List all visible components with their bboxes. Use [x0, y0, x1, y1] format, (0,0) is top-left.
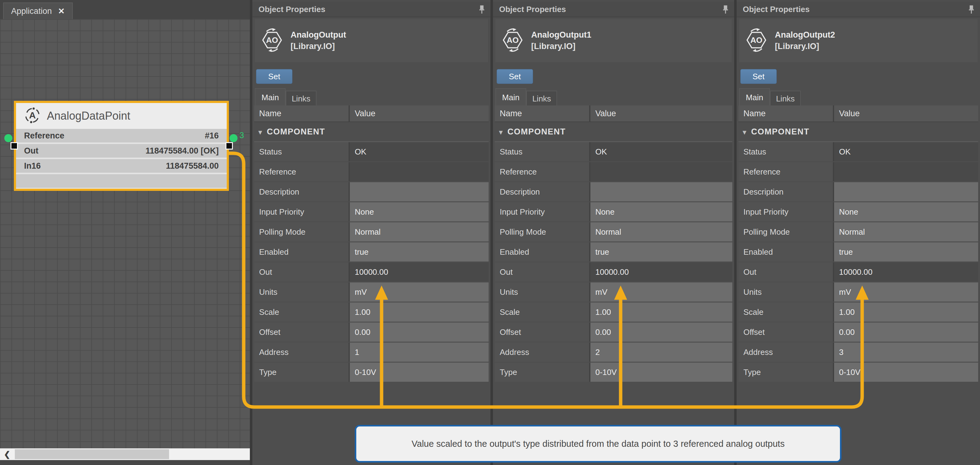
property-value[interactable]	[350, 182, 488, 202]
property-value[interactable]: 10000.00	[590, 262, 732, 281]
property-value[interactable]: true	[590, 242, 732, 262]
table-row: Type0-10V	[254, 363, 488, 382]
horizontal-scrollbar[interactable]: ❮	[0, 448, 250, 460]
tab-main[interactable]: Main	[739, 88, 770, 105]
property-value[interactable]: 0.00	[590, 322, 732, 342]
tab-links[interactable]: Links	[770, 90, 801, 105]
tab-links[interactable]: Links	[526, 90, 557, 105]
property-name: Description	[495, 182, 590, 202]
component-section-header[interactable]: ▾COMPONENT	[738, 122, 978, 142]
tab-bar: MainLinks	[255, 88, 317, 105]
resize-handle-right[interactable]	[226, 142, 233, 149]
property-value[interactable]: Normal	[350, 222, 488, 241]
table-row: Polling ModeNormal	[738, 222, 978, 241]
table-row: StatusOK	[495, 142, 732, 161]
property-value[interactable]: mV	[350, 282, 488, 302]
analog-data-point-block[interactable]: A AnalogDataPoint Reference#16Out1184755…	[14, 101, 229, 191]
property-value[interactable]: 1.00	[834, 303, 978, 322]
block-row-name: In16	[24, 161, 41, 171]
resize-handle-left[interactable]	[11, 142, 18, 149]
property-value[interactable]: 0-10V	[350, 363, 488, 382]
svg-text:AO: AO	[266, 35, 278, 45]
property-value[interactable]	[350, 162, 488, 181]
tab-main[interactable]: Main	[495, 88, 526, 105]
property-value[interactable]: 10000.00	[834, 262, 978, 281]
canvas-grid[interactable]	[0, 19, 250, 448]
set-button[interactable]: Set	[740, 69, 777, 84]
component-section-header[interactable]: ▾COMPONENT	[495, 122, 732, 142]
property-value[interactable]: 0-10V	[834, 363, 978, 382]
pin-icon[interactable]	[478, 5, 485, 16]
property-value[interactable]: OK	[590, 142, 732, 161]
property-name: Out	[495, 262, 590, 281]
property-value[interactable]: Normal	[834, 222, 978, 241]
block-row[interactable]: Reference#16	[16, 129, 227, 143]
property-value[interactable]: 1.00	[590, 303, 732, 322]
column-header-name: Name	[495, 105, 590, 122]
property-value[interactable]: mV	[590, 282, 732, 302]
property-value[interactable]	[834, 182, 978, 202]
block-row[interactable]: Out118475584.00 [OK]	[16, 144, 227, 157]
tab-main[interactable]: Main	[255, 88, 286, 105]
property-value[interactable]: 0.00	[834, 322, 978, 342]
property-value[interactable]: true	[350, 242, 488, 262]
property-name: Scale	[495, 303, 590, 322]
set-button[interactable]: Set	[496, 69, 533, 84]
tab-links[interactable]: Links	[286, 90, 317, 105]
output-port[interactable]	[229, 134, 237, 142]
section-label: COMPONENT	[267, 127, 325, 136]
annotation-note-text: Value scaled to the output's type distri…	[412, 439, 784, 449]
property-rows: StatusOKReferenceDescriptionInput Priori…	[738, 142, 978, 382]
block-row-value: 118475584.00	[166, 161, 219, 171]
property-value[interactable]: 10000.00	[350, 262, 488, 281]
wiresheet-canvas[interactable]: Application ✕ A AnalogDataPoint Referenc…	[0, 0, 250, 465]
property-name: Input Priority	[495, 202, 590, 221]
panel-titlebar: Object Properties	[493, 2, 734, 17]
property-value[interactable]: mV	[834, 282, 978, 302]
property-value[interactable]	[590, 182, 732, 202]
property-value[interactable]: None	[590, 202, 732, 221]
property-name: Type	[254, 363, 350, 382]
property-value[interactable]: 1	[350, 343, 488, 362]
property-name: Reference	[738, 162, 834, 181]
table-row: Out10000.00	[495, 262, 732, 281]
property-name: Address	[738, 343, 834, 362]
property-name: Type	[495, 363, 590, 382]
table-row: Input PriorityNone	[254, 202, 488, 221]
component-section-header[interactable]: ▾COMPONENT	[254, 122, 488, 142]
property-name: Offset	[254, 322, 350, 342]
property-value[interactable]: 0.00	[350, 322, 488, 342]
property-value[interactable]	[590, 162, 732, 181]
pin-icon[interactable]	[968, 5, 975, 16]
property-value[interactable]: true	[834, 242, 978, 262]
close-icon[interactable]: ✕	[58, 6, 65, 16]
scrollbar-thumb[interactable]	[15, 449, 169, 459]
property-value[interactable]: OK	[350, 142, 488, 161]
property-value[interactable]: OK	[834, 142, 978, 161]
pin-icon[interactable]	[722, 5, 729, 16]
object-header: AOAnalogOutput2[Library.IO]	[739, 19, 978, 62]
property-value[interactable]: Normal	[590, 222, 732, 241]
property-name: Input Priority	[738, 202, 834, 221]
scroll-left-button[interactable]: ❮	[0, 448, 14, 460]
property-rows: StatusOKReferenceDescriptionInput Priori…	[495, 142, 732, 382]
input-port[interactable]	[4, 134, 12, 142]
property-value[interactable]: None	[350, 202, 488, 221]
table-row: Enabledtrue	[738, 242, 978, 262]
property-value[interactable]: 3	[834, 343, 978, 362]
set-button[interactable]: Set	[256, 69, 293, 84]
panel-titlebar: Object Properties	[737, 2, 980, 17]
table-row: Address1	[254, 343, 488, 362]
property-value[interactable]: None	[834, 202, 978, 221]
block-row[interactable]: In16118475584.00	[16, 159, 227, 173]
tab-application[interactable]: Application ✕	[3, 2, 73, 19]
block-row-value: 118475584.00 [OK]	[146, 146, 219, 156]
property-name: Description	[738, 182, 834, 202]
property-value[interactable]: 2	[590, 343, 732, 362]
table-row: Reference	[738, 162, 978, 181]
property-value[interactable]: 1.00	[350, 303, 488, 322]
property-value[interactable]: 0-10V	[590, 363, 732, 382]
property-name: Status	[738, 142, 834, 161]
panel-title: Object Properties	[743, 2, 810, 17]
property-value[interactable]	[834, 162, 978, 181]
